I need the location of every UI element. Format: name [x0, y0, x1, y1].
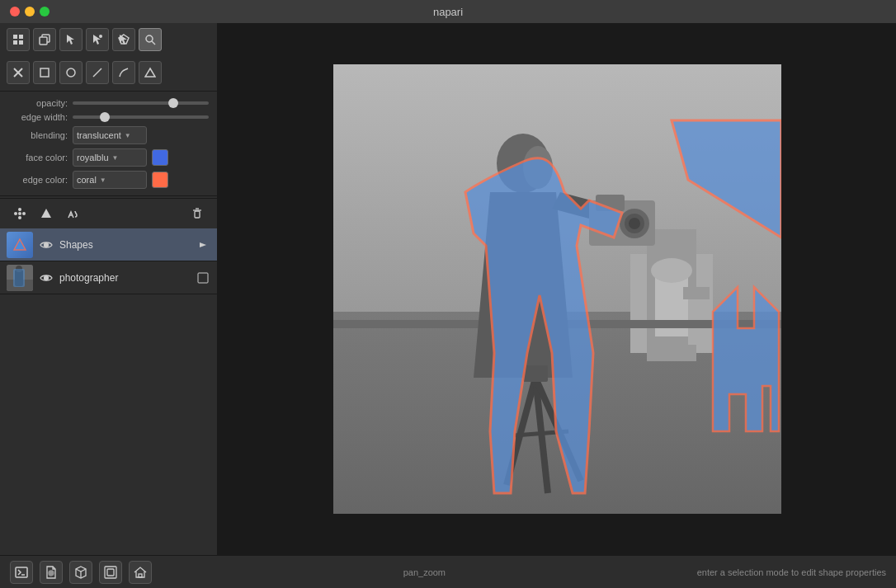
direct-select-btn[interactable]: [86, 28, 109, 51]
close-button[interactable]: [10, 7, 20, 16]
photographer-layer-thumb: [7, 265, 33, 291]
svg-point-22: [18, 208, 21, 211]
edge-color-swatch[interactable]: [152, 172, 168, 188]
close-tool-btn[interactable]: [7, 61, 30, 84]
svg-point-64: [49, 571, 54, 576]
svg-marker-24: [41, 209, 51, 218]
grid-tool-btn[interactable]: [7, 28, 30, 51]
shapes-layer-thumb: [7, 232, 33, 258]
svg-marker-18: [145, 68, 155, 77]
polygon-select-btn[interactable]: [112, 28, 135, 51]
terminal-btn[interactable]: [10, 561, 33, 584]
opacity-label: opacity:: [8, 98, 68, 108]
toolbar-row-2: [0, 56, 217, 89]
zoom-tool-btn[interactable]: [139, 28, 162, 51]
add-points-btn[interactable]: [8, 202, 31, 225]
add-shapes-btn[interactable]: [35, 202, 58, 225]
face-color-swatch[interactable]: [152, 149, 168, 166]
shapes-layer-item[interactable]: Shapes: [0, 228, 217, 261]
status-text: pan_zoom: [403, 567, 446, 577]
svg-point-11: [146, 35, 153, 42]
hint-text: enter a selection mode to edit shape pro…: [697, 567, 886, 577]
face-color-arrow: ▼: [112, 154, 119, 162]
rect-tool-btn[interactable]: [33, 61, 56, 84]
delete-layer-btn[interactable]: [186, 202, 209, 225]
svg-point-54: [629, 218, 640, 229]
traffic-lights: [10, 7, 50, 16]
svg-point-21: [22, 212, 26, 215]
svg-rect-46: [683, 287, 710, 299]
svg-rect-1: [19, 35, 23, 39]
svg-rect-0: [13, 35, 17, 39]
opacity-thumb[interactable]: [168, 98, 178, 108]
photo-canvas: ↖: [333, 64, 781, 514]
svg-rect-59: [523, 365, 548, 382]
package-btn[interactable]: [69, 561, 92, 584]
shapes-layer-arrow: [196, 238, 210, 252]
face-color-select[interactable]: royalblu ▼: [73, 148, 147, 167]
svg-rect-3: [19, 40, 23, 45]
shapes-layer-name: Shapes: [59, 239, 191, 251]
edge-width-slider[interactable]: [73, 115, 209, 119]
canvas-area[interactable]: ↖: [218, 23, 896, 555]
svg-rect-68: [107, 569, 114, 576]
file-btn[interactable]: [40, 561, 63, 584]
svg-line-17: [93, 68, 101, 77]
controls-area: opacity: edge width: blending:: [0, 93, 217, 194]
edge-width-thumb[interactable]: [100, 112, 110, 122]
image-container: ↖: [333, 64, 781, 514]
svg-marker-28: [14, 239, 26, 250]
ellipse-tool-btn[interactable]: [59, 61, 83, 84]
toolbar-row-1: [0, 23, 217, 56]
svg-marker-30: [200, 242, 206, 247]
arrow-select-btn[interactable]: [59, 28, 83, 51]
svg-rect-2: [13, 40, 17, 45]
opacity-slider[interactable]: [73, 101, 209, 105]
svg-point-20: [14, 212, 17, 215]
layer-list: Shapes: [0, 228, 217, 555]
photographer-layer-item[interactable]: photographer: [0, 261, 217, 294]
svg-rect-5: [40, 37, 47, 45]
face-color-row: face color: royalblu ▼: [8, 148, 209, 167]
divider-2: [0, 195, 217, 196]
svg-point-23: [18, 216, 21, 219]
minimize-button[interactable]: [25, 7, 35, 16]
add-labels-btn[interactable]: [61, 202, 84, 225]
shapes-visibility-btn[interactable]: [38, 237, 54, 253]
blending-select[interactable]: translucent ▼: [73, 126, 147, 144]
blending-arrow: ▼: [125, 132, 131, 139]
blending-value: translucent: [77, 130, 121, 140]
triangle-tool-btn[interactable]: [139, 61, 162, 84]
svg-line-12: [152, 41, 155, 45]
maximize-button[interactable]: [40, 7, 50, 16]
layer-controls-bar: [0, 198, 217, 228]
edge-width-row: edge width:: [8, 112, 209, 122]
svg-rect-37: [198, 273, 208, 283]
photographer-visibility-btn[interactable]: [38, 270, 54, 286]
title-bar: napari: [0, 0, 896, 23]
photographer-layer-icon: [196, 270, 210, 285]
opacity-row: opacity:: [8, 98, 209, 108]
home-btn[interactable]: [129, 561, 152, 584]
window-btn[interactable]: [99, 561, 122, 584]
app-title: napari: [433, 6, 463, 18]
edge-color-select[interactable]: coral ▼: [73, 171, 147, 189]
path-tool-btn[interactable]: [112, 61, 135, 84]
bottom-tools: [10, 561, 152, 584]
svg-point-36: [45, 275, 49, 280]
svg-rect-69: [139, 574, 142, 577]
edge-width-label: edge width:: [8, 112, 68, 122]
svg-point-29: [45, 242, 49, 247]
copy-tool-btn[interactable]: [33, 28, 56, 51]
svg-rect-67: [105, 567, 116, 578]
svg-point-16: [67, 68, 75, 77]
svg-point-44: [651, 258, 692, 283]
svg-marker-6: [67, 35, 74, 45]
line-tool-btn[interactable]: [86, 61, 109, 84]
layer-add-controls: [8, 202, 84, 225]
svg-point-19: [18, 212, 21, 215]
bottom-bar: pan_zoom enter a selection mode to edit …: [0, 555, 896, 588]
face-color-value: royalblu: [77, 153, 109, 162]
left-panel: opacity: edge width: blending:: [0, 23, 218, 555]
edge-color-arrow: ▼: [100, 176, 106, 184]
